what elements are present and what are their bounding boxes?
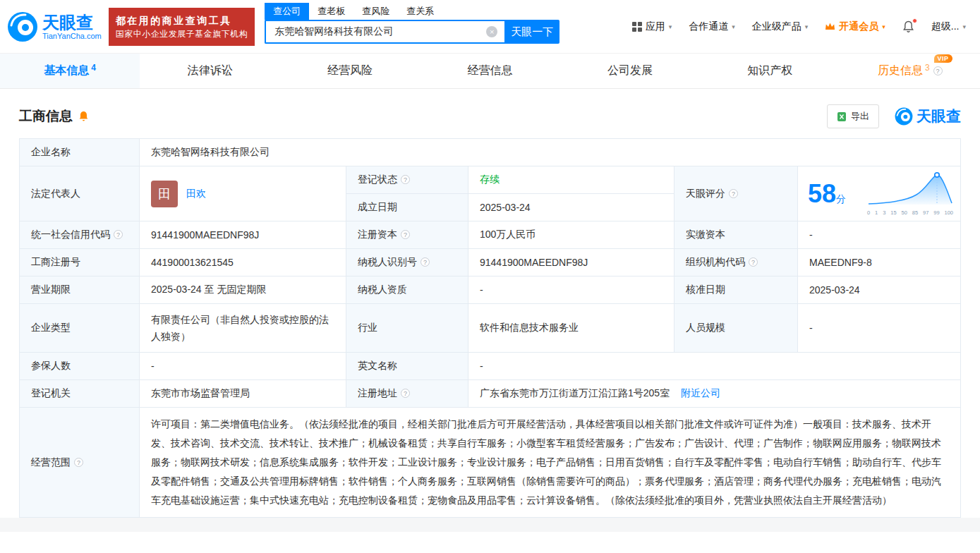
legal-rep-avatar[interactable]: 田: [151, 181, 178, 207]
search-tab-relation[interactable]: 查关系: [398, 3, 442, 20]
taxpayer-no-label: 纳税人识别号?: [346, 249, 468, 276]
nearby-companies-link[interactable]: 附近公司: [681, 387, 720, 399]
company-name-value: 东莞哈智网络科技有限公司: [140, 139, 961, 166]
reg-capital-label: 注册资本?: [346, 221, 468, 249]
paid-capital-label: 实缴资本: [674, 221, 798, 249]
nav-item-cooperation[interactable]: 合作通道 ▾: [689, 20, 735, 33]
tab-lawsuits[interactable]: 法律诉讼: [140, 54, 279, 88]
reg-no-value: 441900013621545: [140, 249, 346, 276]
tab-label: 基本信息: [44, 63, 89, 78]
help-icon[interactable]: ?: [401, 230, 410, 239]
section-title: 工商信息: [19, 107, 73, 126]
export-button[interactable]: 导出: [827, 104, 879, 128]
nav-item-enterprise-products[interactable]: 企业级产品 ▾: [752, 20, 809, 33]
company-type-label: 企业类型: [20, 304, 140, 353]
tab-history-info[interactable]: 历史信息 3 VIP ?: [840, 54, 980, 88]
tianyancha-logo[interactable]: 天眼查 TianYanCha.com: [7, 11, 102, 42]
authority-label: 登记机关: [20, 380, 140, 408]
insured-value: -: [140, 353, 346, 380]
nav-label: 超级...: [931, 20, 960, 33]
notification-bell-icon[interactable]: [902, 20, 914, 33]
tab-basic-info[interactable]: 基本信息 4: [0, 54, 140, 88]
score-digits: 58: [808, 179, 836, 208]
tab-operating-risk[interactable]: 经营风险: [280, 54, 420, 88]
search-submit-button[interactable]: 天眼一下: [504, 20, 559, 44]
topbar: 天眼查 TianYanCha.com 都在用的商业查询工具 国家中小企业发展子基…: [0, 0, 980, 54]
tab-label: 经营信息: [467, 63, 512, 78]
search-tab-company[interactable]: 查公司: [265, 3, 309, 20]
tab-label: 公司发展: [607, 63, 653, 78]
help-icon[interactable]: ?: [114, 230, 123, 239]
tab-label: 历史信息: [878, 63, 923, 78]
help-icon[interactable]: ?: [933, 66, 943, 75]
score-axis: 0 1 3 15 50 85 97 99 100: [867, 209, 953, 216]
scope-label: 经营范围?: [20, 408, 140, 518]
crown-icon: [825, 22, 835, 31]
brand-domain: TianYanCha.com: [42, 32, 102, 40]
help-icon[interactable]: ?: [729, 189, 738, 198]
top-nav: 应用 ▾ 合作通道 ▾ 企业级产品 ▾ 开通会员 ▾ 超级... ▾: [632, 20, 966, 33]
tab-intellectual-property[interactable]: 知识产权: [700, 54, 840, 88]
search-tab-boss[interactable]: 查老板: [309, 3, 353, 20]
tab-business-info[interactable]: 经营信息: [420, 54, 559, 88]
reg-capital-value: 100万人民币: [468, 221, 674, 249]
axis-tick: 0: [867, 209, 870, 216]
help-icon[interactable]: ?: [749, 257, 758, 267]
help-icon[interactable]: ?: [421, 257, 430, 267]
field-label: 组织机构代码: [686, 256, 745, 267]
page-bottom-strip: [0, 518, 980, 532]
english-name-label: 英文名称: [346, 353, 468, 380]
clear-search-icon[interactable]: ×: [486, 26, 497, 37]
brand-title: 天眼查: [42, 13, 102, 32]
subscribe-bell-icon[interactable]: [78, 111, 89, 122]
help-icon[interactable]: ?: [401, 175, 410, 184]
scope-value: 许可项目：第二类增值电信业务。（依法须经批准的项目，经相关部门批准后方可开展经营…: [140, 408, 961, 518]
table-row: 经营范围? 许可项目：第二类增值电信业务。（依法须经批准的项目，经相关部门批准后…: [20, 408, 961, 518]
chevron-down-icon: ▾: [805, 23, 809, 30]
chevron-down-icon: ▾: [962, 23, 966, 30]
nav-item-open-vip[interactable]: 开通会员 ▾: [825, 20, 885, 33]
credit-code-value: 91441900MAEEDNF98J: [140, 221, 346, 249]
legal-rep-value: 田 田欢: [140, 166, 346, 221]
export-label: 导出: [851, 110, 869, 123]
scope-text: 许可项目：第二类增值电信业务。（依法须经批准的项目，经相关部门批准后方可开展经营…: [151, 415, 949, 510]
company-detail-tabs: 基本信息 4 法律诉讼 经营风险 经营信息 公司发展 知识产权 历史信息 3 V…: [0, 54, 980, 89]
search-area: 查公司 查老板 查风险 查关系 × 天眼一下: [265, 2, 559, 44]
score-number: 58分: [808, 181, 846, 207]
staff-size-value: -: [798, 304, 961, 353]
table-row: 工商注册号 441900013621545 纳税人识别号? 91441900MA…: [20, 249, 961, 276]
excel-icon: [837, 111, 847, 122]
taxpayer-qual-value: -: [468, 276, 674, 304]
company-search-input[interactable]: [265, 20, 504, 44]
est-date-label: 成立日期: [346, 194, 468, 221]
staff-size-label: 人员规模: [674, 304, 798, 353]
address-text: 广东省东莞市万江街道万江沿江路1号205室: [480, 387, 670, 399]
tab-label: 法律诉讼: [188, 63, 233, 78]
legal-rep-label: 法定代表人: [20, 166, 140, 221]
legal-rep-name-link[interactable]: 田欢: [186, 188, 206, 200]
reg-no-label: 工商注册号: [20, 249, 140, 276]
address-value: 广东省东莞市万江街道万江沿江路1号205室 附近公司: [468, 380, 961, 408]
slogan-line1: 都在用的商业查询工具: [116, 13, 248, 28]
brand-watermark: 天眼查: [895, 107, 961, 126]
taxpayer-qual-label: 纳税人资质: [346, 276, 468, 304]
help-icon[interactable]: ?: [401, 389, 410, 398]
tab-count: 4: [91, 63, 96, 73]
help-icon[interactable]: ?: [74, 458, 83, 467]
score-curve-chart[interactable]: 0 1 3 15 50 85 97 99 100: [867, 171, 953, 216]
search-tab-risk[interactable]: 查风险: [353, 3, 398, 20]
org-code-label: 组织机构代码?: [674, 249, 798, 276]
business-info-section: 工商信息 导出 天眼查: [0, 104, 980, 518]
nav-item-super-vip[interactable]: 超级... ▾: [931, 20, 966, 33]
score-value: 58分 0 1: [798, 166, 961, 221]
nav-label: 企业级产品: [752, 20, 801, 33]
score-label: 天眼评分?: [674, 166, 798, 221]
nav-item-apps[interactable]: 应用 ▾: [632, 20, 672, 33]
term-label: 营业期限: [20, 276, 140, 304]
field-label: 注册资本: [358, 229, 397, 240]
chevron-down-icon: ▾: [882, 23, 885, 30]
paid-capital-value: -: [798, 221, 961, 249]
approval-date-value: 2025-03-24: [798, 276, 961, 304]
tab-company-development[interactable]: 公司发展: [560, 54, 700, 88]
axis-tick: 50: [901, 209, 907, 216]
